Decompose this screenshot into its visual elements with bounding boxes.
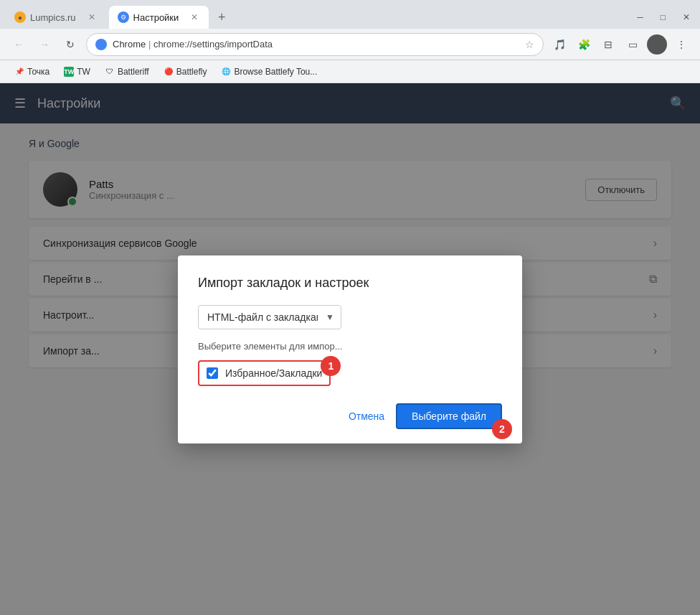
source-select[interactable]: HTML-файл с закладками Браузер Другой ис…: [198, 305, 341, 329]
url-bar[interactable]: Chrome | chrome://settings/importData ☆: [86, 33, 544, 56]
bookmark-tochka-label: Точка: [27, 67, 49, 77]
new-tab-button[interactable]: +: [212, 7, 232, 27]
tab-lumpics-close[interactable]: ✕: [86, 11, 98, 23]
toolbar-icons: 🎵 🧩 ⊟ ▭ ⋮: [549, 34, 691, 55]
checkbox-area: Избранное/Закладки 1: [198, 360, 331, 386]
avatar-icon[interactable]: [647, 34, 667, 55]
extension-icon-2[interactable]: 🧩: [574, 34, 594, 55]
svg-point-0: [98, 41, 105, 48]
cast-icon[interactable]: ▭: [623, 34, 643, 55]
page-content: ☰ Настройки 🔍 Я и Google Patts Синхрониз…: [0, 83, 700, 615]
bookmark-battlefly[interactable]: 🔴 Battlefly: [158, 65, 213, 79]
forward-button[interactable]: →: [34, 34, 55, 55]
bookmark-battlefly-icon: 🔴: [164, 67, 174, 77]
bookmark-tochka-icon: 📌: [14, 67, 24, 77]
tab-settings[interactable]: ⚙ Настройки ✕: [109, 6, 209, 29]
bookmark-tochka[interactable]: 📌 Точка: [9, 65, 55, 79]
title-bar: ● Lumpics.ru ✕ ⚙ Настройки ✕ + ─ □ ✕: [0, 0, 700, 29]
reload-button[interactable]: ↻: [60, 34, 80, 55]
favorites-label: Избранное/Закладки: [225, 367, 322, 379]
badge-1: 1: [321, 356, 341, 376]
bookmark-tw-icon: TW: [64, 67, 74, 77]
bookmark-battleriff-icon: 🛡: [105, 67, 115, 77]
tab-lumpics-label: Lumpics.ru: [30, 12, 76, 23]
extension-icon-1[interactable]: 🎵: [549, 34, 569, 55]
tab-lumpics[interactable]: ● Lumpics.ru ✕: [6, 6, 106, 29]
badge-2: 2: [492, 419, 512, 439]
checkbox-favorites[interactable]: Избранное/Закладки: [198, 360, 331, 386]
bookmark-tw-label: TW: [77, 67, 90, 77]
modal-overlay: Импорт закладок и настроек HTML-файл с з…: [0, 83, 700, 615]
maximize-button[interactable]: □: [656, 11, 670, 24]
extension-icon-3[interactable]: ⊟: [598, 34, 618, 55]
url-separator: |: [148, 39, 153, 50]
actions-area: Отмена Выберите файл 2: [337, 403, 502, 429]
dialog-title: Импорт закладок и настроек: [198, 276, 502, 291]
menu-icon[interactable]: ⋮: [671, 34, 691, 55]
close-button[interactable]: ✕: [678, 11, 694, 24]
dialog-actions: Отмена Выберите файл 2: [198, 403, 502, 429]
window-controls: ─ □ ✕: [633, 11, 694, 24]
bookmark-tw[interactable]: TW TW: [58, 65, 96, 79]
bookmark-battleriff-label: Battleriff: [118, 67, 149, 77]
settings-favicon: ⚙: [118, 11, 129, 23]
lumpics-favicon: ●: [14, 11, 26, 23]
items-label: Выберите элементы для импор...: [198, 341, 502, 352]
bookmark-battlefly-label: Battlefly: [176, 67, 207, 77]
minimize-button[interactable]: ─: [633, 11, 648, 24]
browser-window: ● Lumpics.ru ✕ ⚙ Настройки ✕ + ─ □ ✕ ← →…: [0, 0, 700, 615]
url-text: Chrome | chrome://settings/importData: [113, 39, 519, 50]
back-button[interactable]: ←: [9, 34, 29, 55]
bookmark-battleriff[interactable]: 🛡 Battleriff: [99, 65, 155, 79]
import-dialog: Импорт закладок и настроек HTML-файл с з…: [178, 255, 522, 443]
url-path: chrome://settings/importData: [153, 39, 273, 50]
bookmark-battlefy-label: Browse Battlefy Tou...: [234, 67, 317, 77]
cancel-button[interactable]: Отмена: [337, 405, 396, 428]
bookmark-star-icon[interactable]: ☆: [525, 39, 534, 50]
url-favicon: [95, 39, 107, 50]
bookmark-battlefy-icon: 🌐: [221, 67, 231, 77]
favorites-checkbox[interactable]: [207, 367, 218, 379]
source-select-wrapper: HTML-файл с закладками Браузер Другой ис…: [198, 305, 341, 329]
url-chrome-label: Chrome: [113, 39, 146, 50]
bookmarks-bar: 📌 Точка TW TW 🛡 Battleriff 🔴 Battlefly 🌐…: [0, 60, 700, 83]
tab-settings-close[interactable]: ✕: [189, 11, 200, 23]
tab-settings-label: Настройки: [133, 12, 179, 23]
choose-file-button[interactable]: Выберите файл: [396, 403, 502, 429]
bookmark-battlefy-tour[interactable]: 🌐 Browse Battlefy Tou...: [215, 65, 323, 79]
address-bar: ← → ↻ Chrome | chrome://settings/importD…: [0, 29, 700, 60]
